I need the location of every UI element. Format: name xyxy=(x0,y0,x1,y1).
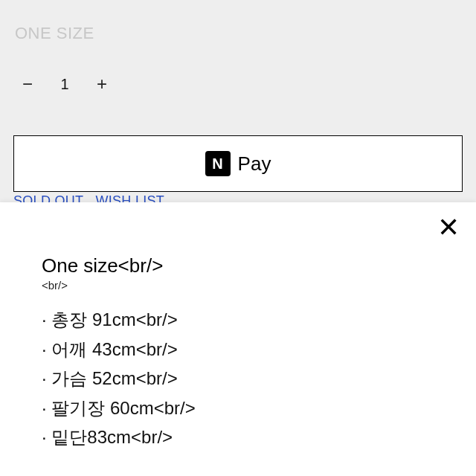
size-info-body: One size<br/> <br/> · 총장 91cm<br/> · 어깨 … xyxy=(42,254,446,452)
size-info-line: · 어깨 43cm<br/> xyxy=(42,335,446,364)
size-info-sheet: ✕ One size<br/> <br/> · 총장 91cm<br/> · 어… xyxy=(0,202,476,476)
size-info-line: · 총장 91cm<br/> xyxy=(42,305,446,335)
qty-minus-button[interactable]: − xyxy=(16,73,39,95)
size-info-sub: <br/> xyxy=(42,279,446,292)
quantity-stepper: − 1 + xyxy=(16,73,113,95)
naver-pay-icon: N xyxy=(205,151,231,176)
close-icon[interactable]: ✕ xyxy=(437,214,460,241)
pay-label: Pay xyxy=(238,152,271,176)
pay-button[interactable]: N Pay xyxy=(13,135,463,192)
size-label: ONE SIZE xyxy=(15,24,94,43)
qty-value: 1 xyxy=(60,76,70,93)
size-info-line: · 밑단83cm<br/> xyxy=(42,422,446,452)
size-info-line: · 가슴 52cm<br/> xyxy=(42,364,446,393)
size-info-line: · 팔기장 60cm<br/> xyxy=(42,393,446,423)
size-info-title: One size<br/> xyxy=(42,254,446,277)
qty-plus-button[interactable]: + xyxy=(91,73,113,95)
